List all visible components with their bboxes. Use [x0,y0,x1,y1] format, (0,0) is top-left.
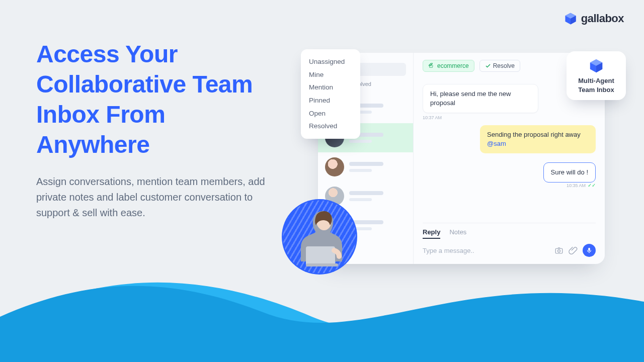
message-time-outgoing: 10:35 AM ✓✓ [567,183,596,188]
tag-label: ecommerce [437,62,469,69]
brand-logo: gallabox [564,12,624,25]
note-text: Sending the proposal right away [487,131,581,138]
svg-rect-3 [555,248,562,253]
tab-reply[interactable]: Reply [423,228,440,239]
message-time: 10:37 AM [423,115,538,120]
feature-callout: Multi-AgentTeam Inbox [567,51,626,100]
message-bubble: Sending the proposal right away @sam [480,125,596,153]
message-bubble: Hi, please send me the new proposal [423,84,538,113]
hero-section: Access Your Collaborative Team Inbox Fro… [36,39,268,221]
filter-item-mention[interactable]: Mention [309,81,352,94]
compose-tabs: Reply Notes [423,228,596,239]
feature-text: Multi-AgentTeam Inbox [572,76,621,94]
hero-subtitle: Assign conversations, mention team membe… [36,174,268,221]
inbox-app: Open Resolved ecommerce Resolve Hi, plea… [318,53,605,264]
mic-button[interactable] [583,244,596,257]
brand-name: gallabox [581,12,624,25]
filter-item-open[interactable]: Open [309,107,352,120]
check-icon [485,63,491,69]
compose-area: Reply Notes Type a message.. [423,223,596,264]
conversation-tag[interactable]: ecommerce [423,60,474,72]
filter-item-mine[interactable]: Mine [309,68,352,81]
chat-body: Hi, please send me the new proposal 10:3… [423,79,596,223]
filter-item-unassigned[interactable]: Unassigned [309,55,352,68]
message-bubble: Sure will do ! [543,162,596,183]
filter-item-pinned[interactable]: Pinned [309,94,352,107]
filter-dropdown[interactable]: Unassigned Mine Mention Pinned Open Reso… [301,49,360,139]
svg-rect-5 [588,248,590,251]
message-outgoing: Sure will do ! [543,162,596,183]
resolve-label: Resolve [493,62,515,69]
svg-rect-11 [306,263,338,266]
svg-rect-10 [306,246,335,265]
hero-title: Access Your Collaborative Team Inbox Fro… [36,39,268,160]
message-incoming: Hi, please send me the new proposal 10:3… [423,84,538,120]
conversation-item[interactable] [318,152,413,182]
cube-icon [564,12,577,25]
avatar [325,157,344,176]
message-internal-note: Sending the proposal right away @sam [480,125,596,153]
delivered-icon: ✓✓ [588,183,596,188]
message-input[interactable]: Type a message.. [423,247,549,254]
mic-icon [586,247,593,254]
resolve-button[interactable]: Resolve [479,60,520,72]
svg-point-4 [558,250,560,252]
mention[interactable]: @sam [487,140,506,147]
tag-icon [428,63,434,69]
camera-icon[interactable] [554,246,564,255]
hero-person-illustration [282,199,357,275]
tab-notes[interactable]: Notes [449,228,466,239]
cube-icon [589,58,604,73]
filter-item-resolved[interactable]: Resolved [309,120,352,133]
attachment-icon[interactable] [569,246,578,255]
person-icon [291,203,355,279]
